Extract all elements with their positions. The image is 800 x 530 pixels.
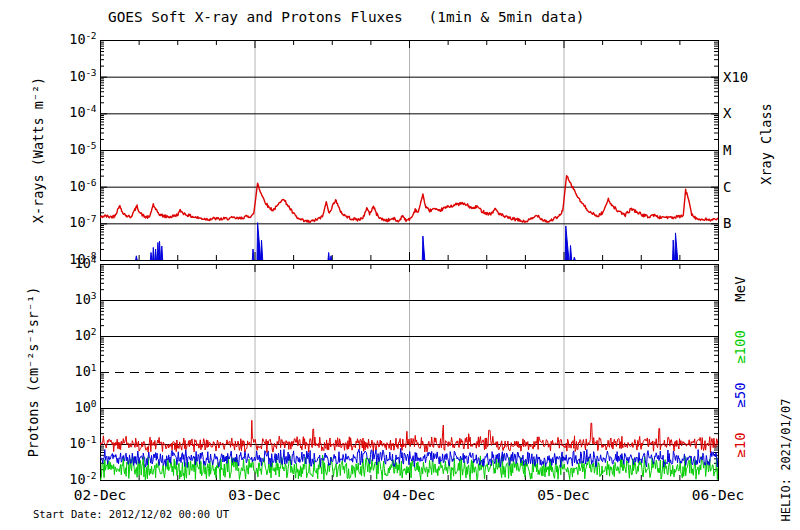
proton-energy-label: ≥100 [732, 330, 748, 364]
xray-class-label: X [723, 105, 731, 121]
plot-canvas [0, 0, 800, 530]
xray-ytick-label: 10-4 [40, 105, 96, 121]
ytick-base: 10 [69, 104, 85, 120]
ytick-base: 10 [69, 68, 85, 84]
proton-ytick-label: 101 [40, 364, 96, 380]
proton-ytick-label: 100 [40, 400, 96, 416]
proton-y-axis-title: Protons (cm⁻²s⁻¹sr⁻¹) [25, 287, 41, 458]
xtick-label: 03-Dec [210, 487, 300, 503]
proton-ytick-label: 104 [40, 256, 96, 272]
proton-ytick-label: 102 [40, 328, 96, 344]
xray-ytick-label: 10-2 [40, 32, 96, 48]
ytick-base: 10 [75, 363, 91, 379]
helio-credit: HELIO: 2021/01/07 [779, 399, 793, 522]
xray-class-label: C [723, 179, 731, 195]
ytick-exponent: -5 [86, 140, 96, 151]
xtick-label: 05-Dec [519, 487, 609, 503]
mev-axis-label: MeV [732, 277, 748, 302]
ytick-base: 10 [75, 255, 91, 271]
ytick-base: 10 [69, 178, 85, 194]
xray-ytick-label: 10-3 [40, 69, 96, 85]
ytick-base: 10 [69, 214, 85, 230]
ytick-base: 10 [75, 399, 91, 415]
xtick-label: 04-Dec [364, 487, 454, 503]
ytick-base: 10 [69, 141, 85, 157]
xray-class-axis-title: Xray Class [758, 103, 774, 184]
start-date-label: Start Date: 2012/12/02 00:00 UT [33, 508, 229, 520]
xray-ytick-label: 10-7 [40, 215, 96, 231]
ytick-exponent: 3 [91, 290, 96, 301]
ytick-exponent: -1 [86, 434, 96, 445]
ytick-exponent: 4 [91, 254, 96, 265]
ytick-base: 10 [75, 327, 91, 343]
xtick-label: 02-Dec [55, 487, 145, 503]
ytick-exponent: -6 [86, 177, 96, 188]
ytick-exponent: -3 [86, 67, 96, 78]
ytick-exponent: -2 [86, 470, 96, 481]
ytick-exponent: -2 [86, 30, 96, 41]
ytick-base: 10 [69, 471, 85, 487]
xray-short-series [136, 223, 678, 260]
proton-ytick-label: 10-2 [40, 472, 96, 488]
ytick-exponent: 1 [91, 362, 96, 373]
xray-ytick-label: 10-5 [40, 142, 96, 158]
ytick-base: 10 [75, 291, 91, 307]
xray-class-label: M [723, 142, 731, 158]
ytick-exponent: -4 [86, 103, 96, 114]
proton-energy-label: ≥50 [732, 382, 748, 407]
xray-class-label: X10 [723, 69, 748, 85]
proton-ytick-label: 10-1 [40, 436, 96, 452]
goes-flux-chart: GOES Soft X-ray and Protons Fluxes (1min… [0, 0, 800, 530]
ytick-base: 10 [69, 31, 85, 47]
xtick-label: 06-Dec [673, 487, 763, 503]
ytick-exponent: 0 [91, 398, 96, 409]
proton-ytick-label: 103 [40, 292, 96, 308]
xray-ytick-label: 10-6 [40, 179, 96, 195]
ytick-exponent: 2 [91, 326, 96, 337]
xray-class-label: B [723, 215, 731, 231]
proton-energy-label: ≥10 [732, 432, 748, 457]
ytick-exponent: -7 [86, 213, 96, 224]
ytick-base: 10 [69, 435, 85, 451]
